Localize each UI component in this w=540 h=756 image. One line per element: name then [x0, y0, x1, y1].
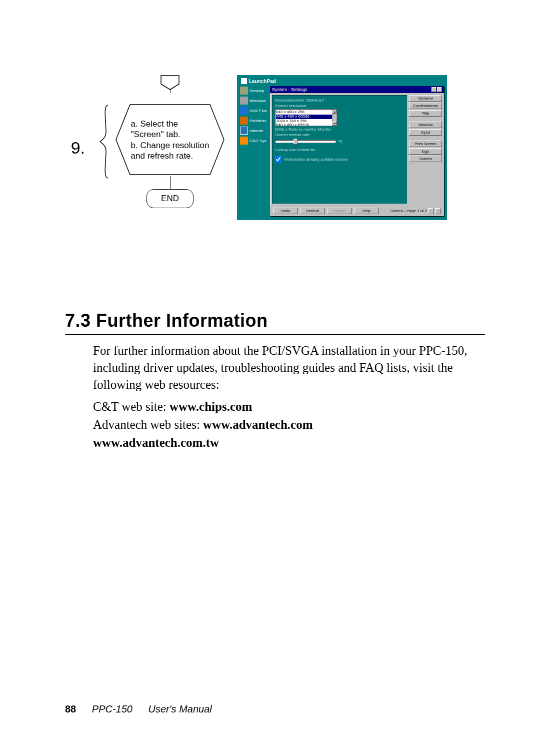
launchpad-item-label: OS/2 Sys [250, 139, 266, 143]
scroll-up-icon[interactable]: ▴ [332, 110, 336, 114]
offpage-connector-icon [160, 75, 180, 90]
cancel-button: Cancel [327, 208, 352, 214]
tab-screen[interactable]: Screen [409, 156, 442, 162]
launchpad-item-label: Windows [250, 99, 266, 103]
launchpad-item-icon [240, 87, 248, 95]
settings-main-area: Workstation/Atm: DEFAULT Screen resoluti… [272, 95, 407, 204]
undo-button[interactable]: Undo [273, 208, 298, 214]
hexagon-text: a. Select the "Screen" tab. b. Change re… [131, 119, 210, 161]
launchpad-item[interactable]: CM2 Plus [240, 106, 267, 115]
listbox-scrollbar[interactable]: ▴ ▾ [332, 110, 336, 126]
advantech-url-2: www.advantech.com.tw [93, 436, 485, 450]
launchpad-item[interactable]: Desktop [240, 86, 267, 95]
launchpad-item[interactable]: OS/2 Sys [240, 136, 267, 145]
tab-confirmations[interactable]: Confirmations [409, 103, 442, 109]
connector-line [170, 176, 170, 189]
step-number: 9. [65, 138, 85, 158]
tab-title[interactable]: Title [409, 110, 442, 117]
section-paragraph: For further information about the PCI/SV… [93, 342, 485, 393]
launchpad-sidebar: Desktop Windows CM2 Plus Publisher [240, 86, 267, 216]
restore-checkbox[interactable] [275, 156, 282, 163]
launchpad-item[interactable]: Publisher [240, 116, 267, 125]
section-rule [65, 334, 485, 335]
section-heading: 7.3 Further Information [65, 310, 485, 331]
launchpad-item-label: Publisher [250, 119, 266, 123]
page-status: Screen - Page 1 of 2 ← → [390, 208, 441, 214]
slider-thumb[interactable] [294, 139, 298, 145]
launchpad-item-icon [240, 97, 248, 105]
brace-icon [99, 104, 110, 179]
launchpad-item-label: Desktop [250, 89, 264, 93]
os2-screenshot-panel: LaunchPad Desktop Windows CM2 Plus [237, 75, 447, 220]
window-maximize-icon[interactable]: □ [432, 87, 436, 92]
launchpad-item-label: Internet [250, 129, 263, 133]
tab-general[interactable]: General [409, 95, 442, 102]
launchpad-title: LaunchPad [240, 78, 444, 86]
flowchart-column: a. Select the "Screen" tab. b. Change re… [115, 75, 225, 208]
workstation-label: Workstation/Atm: DEFAULT [275, 98, 404, 103]
ct-website-row: C&T web site: www.chips.com [93, 400, 485, 414]
footer-doc-title: User's Manual [148, 703, 212, 714]
refresh-rate-slider[interactable] [275, 140, 336, 143]
default-button[interactable]: Default [300, 208, 325, 214]
system-settings-window: System - Settings □ ✕ Workstation/Atm: D… [270, 86, 444, 216]
tab-print-screen[interactable]: Print Screen [409, 141, 442, 147]
ct-url: www.chips.com [170, 400, 252, 413]
window-title: System - Settings [272, 87, 308, 92]
refresh-rate-label: Screen refresh rate: [275, 133, 404, 137]
scroll-down-icon[interactable]: ▾ [332, 122, 336, 126]
figure-row: 9. a. Select [65, 75, 485, 220]
monitor-ratio-label: (640) x Ratio to monitor Monitor [275, 127, 404, 132]
page-next-icon[interactable]: → [435, 208, 441, 214]
launchpad-icon [241, 78, 247, 84]
settings-tab-column: General Confirmations Title Window Input… [409, 95, 442, 204]
lockup-note: Lockup user restart file [275, 148, 404, 152]
advantech-url-1: www.advantech.com [203, 418, 312, 431]
window-button-row: Undo Default Cancel Help Screen - Page 1… [270, 206, 444, 216]
launchpad-item-icon [240, 127, 248, 135]
page-prev-icon[interactable]: ← [428, 208, 434, 214]
footer-page-number: 88 [65, 703, 76, 714]
window-close-icon[interactable]: ✕ [437, 87, 442, 92]
restore-checkbox-row[interactable]: Workstation already suitably restore [275, 156, 404, 163]
resolution-label: Screen resolution: [275, 104, 404, 108]
launchpad-item-label: CM2 Plus [250, 109, 267, 113]
tab-logo[interactable]: logo [409, 148, 442, 155]
flowchart-hexagon: a. Select the "Screen" tab. b. Change re… [115, 102, 225, 177]
tab-input[interactable]: Input [409, 129, 442, 136]
tab-window[interactable]: Window [409, 122, 442, 128]
restore-checkbox-label: Workstation already suitably restore [284, 157, 348, 162]
launchpad-item[interactable]: Internet [240, 126, 267, 135]
launchpad-item[interactable]: Windows [240, 96, 267, 105]
advantech-website-row: Advantech web sites: www.advantech.com [93, 418, 485, 432]
launchpad-item-icon [240, 117, 248, 125]
resolution-listbox[interactable]: 640 x 480 x 256 640 x 480 x 65536 1024 x… [275, 109, 337, 126]
launchpad-item-icon [240, 137, 248, 145]
window-titlebar: System - Settings □ ✕ [270, 86, 444, 93]
launchpad-item-icon [240, 107, 248, 115]
flowchart-brace-group: a. Select the "Screen" tab. b. Change re… [99, 75, 225, 208]
help-button[interactable]: Help [354, 208, 379, 214]
page-footer: 88 PPC-150 User's Manual [65, 703, 212, 715]
end-terminator: END [146, 189, 194, 208]
footer-model: PPC-150 [92, 703, 132, 714]
refresh-rate-value: 72 [338, 139, 342, 144]
